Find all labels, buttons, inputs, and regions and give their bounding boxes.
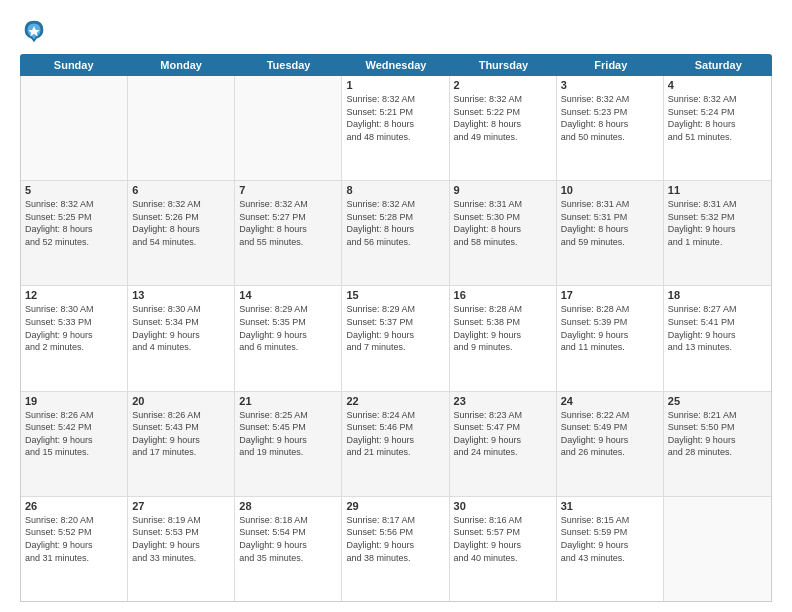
calendar-cell: 15Sunrise: 8:29 AM Sunset: 5:37 PM Dayli…: [342, 286, 449, 390]
calendar-cell: 22Sunrise: 8:24 AM Sunset: 5:46 PM Dayli…: [342, 392, 449, 496]
calendar-row: 5Sunrise: 8:32 AM Sunset: 5:25 PM Daylig…: [21, 181, 771, 286]
cell-detail: Sunrise: 8:30 AM Sunset: 5:34 PM Dayligh…: [132, 303, 230, 353]
day-number: 23: [454, 395, 552, 407]
calendar-cell: 11Sunrise: 8:31 AM Sunset: 5:32 PM Dayli…: [664, 181, 771, 285]
weekday-header: Tuesday: [235, 54, 342, 76]
calendar-cell: [235, 76, 342, 180]
cell-detail: Sunrise: 8:32 AM Sunset: 5:21 PM Dayligh…: [346, 93, 444, 143]
cell-detail: Sunrise: 8:26 AM Sunset: 5:42 PM Dayligh…: [25, 409, 123, 459]
day-number: 2: [454, 79, 552, 91]
calendar-cell: 9Sunrise: 8:31 AM Sunset: 5:30 PM Daylig…: [450, 181, 557, 285]
day-number: 8: [346, 184, 444, 196]
cell-detail: Sunrise: 8:21 AM Sunset: 5:50 PM Dayligh…: [668, 409, 767, 459]
day-number: 19: [25, 395, 123, 407]
weekday-header: Saturday: [665, 54, 772, 76]
calendar-row: 1Sunrise: 8:32 AM Sunset: 5:21 PM Daylig…: [21, 76, 771, 181]
logo: [20, 16, 52, 44]
calendar-cell: 20Sunrise: 8:26 AM Sunset: 5:43 PM Dayli…: [128, 392, 235, 496]
weekday-header: Monday: [127, 54, 234, 76]
logo-icon: [20, 16, 48, 44]
cell-detail: Sunrise: 8:16 AM Sunset: 5:57 PM Dayligh…: [454, 514, 552, 564]
calendar-cell: 7Sunrise: 8:32 AM Sunset: 5:27 PM Daylig…: [235, 181, 342, 285]
day-number: 30: [454, 500, 552, 512]
day-number: 27: [132, 500, 230, 512]
calendar-body: 1Sunrise: 8:32 AM Sunset: 5:21 PM Daylig…: [20, 76, 772, 602]
cell-detail: Sunrise: 8:28 AM Sunset: 5:39 PM Dayligh…: [561, 303, 659, 353]
cell-detail: Sunrise: 8:32 AM Sunset: 5:28 PM Dayligh…: [346, 198, 444, 248]
cell-detail: Sunrise: 8:29 AM Sunset: 5:35 PM Dayligh…: [239, 303, 337, 353]
cell-detail: Sunrise: 8:24 AM Sunset: 5:46 PM Dayligh…: [346, 409, 444, 459]
weekday-header: Wednesday: [342, 54, 449, 76]
calendar-cell: 5Sunrise: 8:32 AM Sunset: 5:25 PM Daylig…: [21, 181, 128, 285]
day-number: 3: [561, 79, 659, 91]
calendar-cell: 28Sunrise: 8:18 AM Sunset: 5:54 PM Dayli…: [235, 497, 342, 601]
calendar-cell: 2Sunrise: 8:32 AM Sunset: 5:22 PM Daylig…: [450, 76, 557, 180]
day-number: 31: [561, 500, 659, 512]
calendar-row: 12Sunrise: 8:30 AM Sunset: 5:33 PM Dayli…: [21, 286, 771, 391]
calendar-cell: [21, 76, 128, 180]
cell-detail: Sunrise: 8:32 AM Sunset: 5:24 PM Dayligh…: [668, 93, 767, 143]
calendar-cell: 14Sunrise: 8:29 AM Sunset: 5:35 PM Dayli…: [235, 286, 342, 390]
calendar-cell: 17Sunrise: 8:28 AM Sunset: 5:39 PM Dayli…: [557, 286, 664, 390]
calendar-cell: 6Sunrise: 8:32 AM Sunset: 5:26 PM Daylig…: [128, 181, 235, 285]
cell-detail: Sunrise: 8:31 AM Sunset: 5:30 PM Dayligh…: [454, 198, 552, 248]
calendar-cell: [664, 497, 771, 601]
calendar-cell: 30Sunrise: 8:16 AM Sunset: 5:57 PM Dayli…: [450, 497, 557, 601]
day-number: 29: [346, 500, 444, 512]
cell-detail: Sunrise: 8:31 AM Sunset: 5:31 PM Dayligh…: [561, 198, 659, 248]
day-number: 9: [454, 184, 552, 196]
calendar-cell: 16Sunrise: 8:28 AM Sunset: 5:38 PM Dayli…: [450, 286, 557, 390]
calendar-row: 19Sunrise: 8:26 AM Sunset: 5:42 PM Dayli…: [21, 392, 771, 497]
calendar-cell: 27Sunrise: 8:19 AM Sunset: 5:53 PM Dayli…: [128, 497, 235, 601]
calendar-cell: 29Sunrise: 8:17 AM Sunset: 5:56 PM Dayli…: [342, 497, 449, 601]
calendar: SundayMondayTuesdayWednesdayThursdayFrid…: [20, 54, 772, 602]
cell-detail: Sunrise: 8:17 AM Sunset: 5:56 PM Dayligh…: [346, 514, 444, 564]
day-number: 25: [668, 395, 767, 407]
cell-detail: Sunrise: 8:20 AM Sunset: 5:52 PM Dayligh…: [25, 514, 123, 564]
cell-detail: Sunrise: 8:26 AM Sunset: 5:43 PM Dayligh…: [132, 409, 230, 459]
cell-detail: Sunrise: 8:27 AM Sunset: 5:41 PM Dayligh…: [668, 303, 767, 353]
day-number: 18: [668, 289, 767, 301]
calendar-cell: 31Sunrise: 8:15 AM Sunset: 5:59 PM Dayli…: [557, 497, 664, 601]
calendar-cell: 12Sunrise: 8:30 AM Sunset: 5:33 PM Dayli…: [21, 286, 128, 390]
calendar-cell: 26Sunrise: 8:20 AM Sunset: 5:52 PM Dayli…: [21, 497, 128, 601]
day-number: 7: [239, 184, 337, 196]
calendar-cell: 3Sunrise: 8:32 AM Sunset: 5:23 PM Daylig…: [557, 76, 664, 180]
cell-detail: Sunrise: 8:28 AM Sunset: 5:38 PM Dayligh…: [454, 303, 552, 353]
cell-detail: Sunrise: 8:32 AM Sunset: 5:26 PM Dayligh…: [132, 198, 230, 248]
day-number: 28: [239, 500, 337, 512]
calendar-cell: 8Sunrise: 8:32 AM Sunset: 5:28 PM Daylig…: [342, 181, 449, 285]
day-number: 4: [668, 79, 767, 91]
day-number: 13: [132, 289, 230, 301]
calendar-cell: 25Sunrise: 8:21 AM Sunset: 5:50 PM Dayli…: [664, 392, 771, 496]
day-number: 26: [25, 500, 123, 512]
calendar-cell: 21Sunrise: 8:25 AM Sunset: 5:45 PM Dayli…: [235, 392, 342, 496]
cell-detail: Sunrise: 8:22 AM Sunset: 5:49 PM Dayligh…: [561, 409, 659, 459]
weekday-header: Friday: [557, 54, 664, 76]
calendar-cell: 13Sunrise: 8:30 AM Sunset: 5:34 PM Dayli…: [128, 286, 235, 390]
cell-detail: Sunrise: 8:32 AM Sunset: 5:22 PM Dayligh…: [454, 93, 552, 143]
day-number: 15: [346, 289, 444, 301]
day-number: 1: [346, 79, 444, 91]
day-number: 10: [561, 184, 659, 196]
weekday-header: Thursday: [450, 54, 557, 76]
day-number: 17: [561, 289, 659, 301]
calendar-cell: 4Sunrise: 8:32 AM Sunset: 5:24 PM Daylig…: [664, 76, 771, 180]
calendar-row: 26Sunrise: 8:20 AM Sunset: 5:52 PM Dayli…: [21, 497, 771, 601]
cell-detail: Sunrise: 8:18 AM Sunset: 5:54 PM Dayligh…: [239, 514, 337, 564]
calendar-cell: 19Sunrise: 8:26 AM Sunset: 5:42 PM Dayli…: [21, 392, 128, 496]
calendar-cell: 24Sunrise: 8:22 AM Sunset: 5:49 PM Dayli…: [557, 392, 664, 496]
cell-detail: Sunrise: 8:25 AM Sunset: 5:45 PM Dayligh…: [239, 409, 337, 459]
day-number: 5: [25, 184, 123, 196]
calendar-cell: 23Sunrise: 8:23 AM Sunset: 5:47 PM Dayli…: [450, 392, 557, 496]
cell-detail: Sunrise: 8:29 AM Sunset: 5:37 PM Dayligh…: [346, 303, 444, 353]
cell-detail: Sunrise: 8:32 AM Sunset: 5:23 PM Dayligh…: [561, 93, 659, 143]
cell-detail: Sunrise: 8:30 AM Sunset: 5:33 PM Dayligh…: [25, 303, 123, 353]
page: SundayMondayTuesdayWednesdayThursdayFrid…: [0, 0, 792, 612]
cell-detail: Sunrise: 8:23 AM Sunset: 5:47 PM Dayligh…: [454, 409, 552, 459]
cell-detail: Sunrise: 8:31 AM Sunset: 5:32 PM Dayligh…: [668, 198, 767, 248]
day-number: 24: [561, 395, 659, 407]
calendar-cell: [128, 76, 235, 180]
cell-detail: Sunrise: 8:32 AM Sunset: 5:25 PM Dayligh…: [25, 198, 123, 248]
cell-detail: Sunrise: 8:15 AM Sunset: 5:59 PM Dayligh…: [561, 514, 659, 564]
